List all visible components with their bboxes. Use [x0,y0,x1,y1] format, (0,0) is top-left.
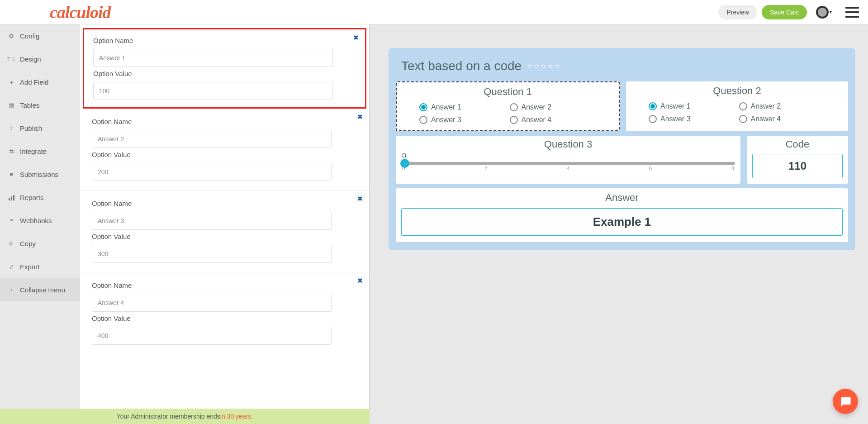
code-box[interactable]: Code 110 [747,136,848,184]
svg-rect-1 [11,196,12,200]
sidebar-item-config[interactable]: ⚙ Config [0,24,80,48]
answers-grid: Answer 1 Answer 2 Answer 3 Answer 4 [631,102,844,123]
menu-icon[interactable] [845,7,859,18]
save-calc-button[interactable]: Save Calc [762,5,807,19]
copy-icon: ⎘ [8,241,14,247]
option-value-label: Option Value [92,314,357,322]
sidebar-item-label: Config [20,32,39,40]
option-name-input[interactable] [92,212,332,230]
star-icon: ☆ [541,62,546,70]
radio-icon [419,103,427,111]
option-value-input[interactable] [92,327,332,345]
answer-title: Answer [401,192,843,204]
answer-option[interactable]: Answer 1 [649,102,735,110]
option-value-input[interactable] [93,82,333,100]
star-icon: ☆ [547,62,553,70]
sidebar-item-label: Copy [20,240,36,248]
question-title: Question 3 [401,138,735,150]
answer-value: Example 1 [401,208,843,236]
radio-icon [739,115,747,123]
sidebar-item-tables[interactable]: ▦ Tables [0,94,80,117]
option-name-input[interactable] [93,49,333,67]
delete-option-button[interactable]: ✖ [357,277,363,284]
avatar-icon [816,6,829,19]
calculator-header: Text based on a code ☆ ☆ ☆ ☆ ☆ [396,59,848,81]
question-title: Question 1 [401,86,614,98]
answer-option[interactable]: Answer 3 [419,116,506,124]
footer-expiry: in 30 years. [220,413,253,420]
sidebar-item-add-field[interactable]: ＋ Add Field [0,71,80,94]
sidebar-item-label: Integrate [20,148,47,155]
option-value-label: Option Value [93,70,356,77]
logo[interactable]: calculoid [50,2,111,22]
chat-icon [839,395,852,408]
question-1-box[interactable]: Question 1 Answer 1 Answer 2 Answer 3 An… [396,81,620,131]
calculator-preview: Text based on a code ☆ ☆ ☆ ☆ ☆ Question … [370,24,868,424]
option-value-input[interactable] [92,245,332,263]
answer-option[interactable]: Answer 2 [739,102,826,110]
chat-button[interactable] [833,389,858,414]
sidebar-item-label: Design [20,55,41,63]
sidebar-item-copy[interactable]: ⎘ Copy [0,232,80,255]
footer-text: Your Administrator membership ends [117,413,220,420]
option-name-input[interactable] [92,130,332,148]
sidebar-item-publish[interactable]: ⇪ Publish [0,117,80,140]
slider-track[interactable] [401,162,735,165]
question-title: Question 2 [631,85,844,97]
star-icon: ☆ [534,62,540,70]
sidebar-item-webhooks[interactable]: ⚭ Webhooks [0,209,80,232]
delete-option-button[interactable]: ✖ [353,34,359,41]
sidebar-item-label: Collapse menu [20,286,65,294]
option-name-input[interactable] [92,294,332,312]
sidebar-item-reports[interactable]: Reports [0,186,80,209]
radio-icon [649,102,657,110]
sidebar-item-label: Tables [20,101,39,109]
slider-thumb[interactable] [400,159,409,168]
option-name-label: Option Name [92,281,357,289]
radio-icon [419,116,427,124]
rating-stars[interactable]: ☆ ☆ ☆ ☆ ☆ [527,62,560,70]
sidebar-item-design[interactable]: ⊤⊥ Design [0,48,80,71]
options-editor: ✖ Option Name Option Value ✖ Option Name… [80,24,370,409]
sidebar-item-export[interactable]: ⤤ Export [0,255,80,278]
option-value-label: Option Value [92,151,357,158]
delete-option-button[interactable]: ✖ [357,195,363,202]
option-block: ✖ Option Name Option Value [80,109,369,191]
calculator-title: Text based on a code [401,59,522,73]
chart-icon [8,195,14,201]
sidebar-item-submissions[interactable]: ≡ Submissions [0,163,80,186]
radio-icon [510,103,518,111]
option-value-input[interactable] [92,163,332,181]
answer-option[interactable]: Answer 2 [510,103,597,111]
sidebar-item-label: Reports [20,194,44,201]
answer-option[interactable]: Answer 3 [649,115,735,123]
collapse-menu-button[interactable]: ‹ Collapse menu [0,278,80,301]
answer-option[interactable]: Answer 4 [510,116,597,124]
user-menu[interactable]: ▾ [811,6,832,19]
radio-icon [649,115,657,123]
answer-option[interactable]: Answer 4 [739,115,826,123]
star-icon: ☆ [554,62,560,70]
list-icon: ≡ [8,172,14,178]
option-block: ✖ Option Name Option Value [80,272,369,354]
preview-button[interactable]: Preview [718,5,757,19]
sidebar-item-label: Export [20,263,39,271]
answer-option[interactable]: Answer 1 [419,103,506,111]
option-name-label: Option Name [93,37,356,44]
code-value: 110 [752,154,843,178]
question-2-box[interactable]: Question 2 Answer 1 Answer 2 Answer 3 An… [626,81,848,131]
radio-icon [510,116,518,124]
sidebar-item-label: Submissions [20,171,58,178]
design-icon: ⊤⊥ [8,56,14,62]
answer-box[interactable]: Answer Example 1 [396,188,848,242]
delete-option-button[interactable]: ✖ [357,113,363,120]
slider-value: 0 [402,152,735,160]
plus-icon: ＋ [8,79,14,86]
sidebar-item-integrate[interactable]: ⇆ Integrate [0,140,80,163]
chevron-left-icon: ‹ [8,287,14,293]
integrate-icon: ⇆ [8,148,14,155]
question-3-box[interactable]: Question 3 0 0 2 4 6 8 [396,136,740,184]
option-name-label: Option Name [92,118,357,125]
gear-icon: ⚙ [8,33,14,39]
code-title: Code [752,138,843,150]
